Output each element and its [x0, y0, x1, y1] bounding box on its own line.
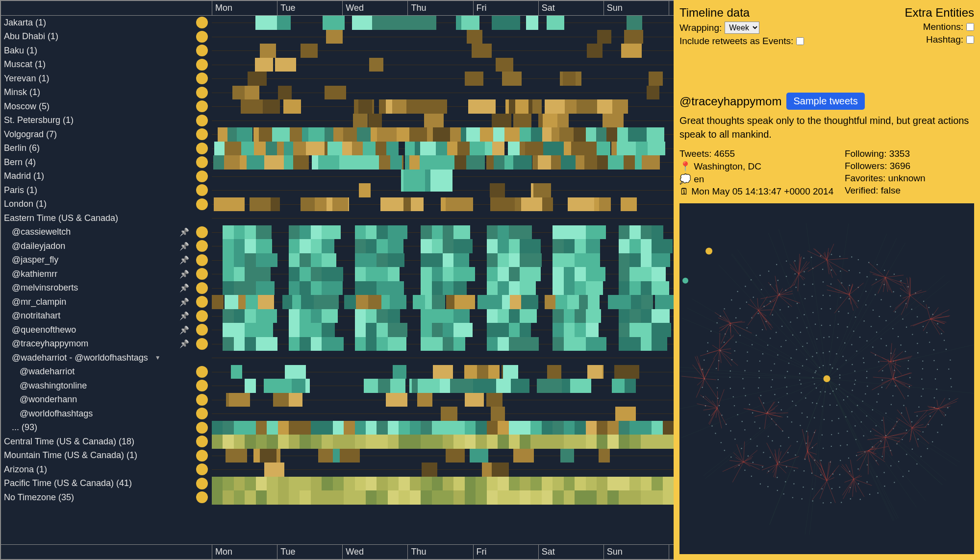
row-label[interactable]: Eastern Time (US & Canada): [1, 213, 192, 223]
row-label[interactable]: Minsk (1): [1, 87, 192, 97]
row-dot-icon[interactable]: [196, 380, 208, 391]
data-row[interactable]: Madrid (1): [1, 170, 674, 184]
pin-icon[interactable]: 📌: [179, 227, 189, 237]
row-label[interactable]: No Timezone (35): [1, 492, 192, 503]
row-dot-icon[interactable]: [196, 408, 208, 419]
row-dot-icon[interactable]: [196, 226, 208, 238]
data-row[interactable]: Yerevan (1): [1, 72, 674, 86]
row-dot-icon[interactable]: [196, 45, 208, 56]
row-heatmap[interactable]: [212, 407, 674, 421]
row-label[interactable]: @melvinsroberts📌: [1, 283, 192, 293]
row-dot-icon[interactable]: [196, 491, 208, 503]
row-label[interactable]: Arizona (1): [1, 464, 192, 475]
row-heatmap[interactable]: [212, 421, 674, 435]
row-heatmap[interactable]: [212, 211, 674, 225]
pin-icon[interactable]: 📌: [179, 242, 189, 251]
hashtag-checkbox[interactable]: [966, 36, 974, 44]
data-row[interactable]: @wadeharriot: [1, 365, 674, 379]
row-dot-icon[interactable]: [196, 436, 208, 447]
row-heatmap[interactable]: [212, 337, 674, 351]
row-dot-icon[interactable]: [196, 394, 208, 406]
row-dot-icon[interactable]: [196, 310, 208, 322]
data-row[interactable]: Berlin (6): [1, 142, 674, 156]
row-heatmap[interactable]: [212, 16, 674, 30]
row-heatmap[interactable]: [212, 295, 674, 309]
row-dot-icon[interactable]: [196, 87, 208, 98]
row-heatmap[interactable]: [212, 239, 674, 253]
row-dot-icon[interactable]: [196, 73, 208, 84]
row-dot-icon[interactable]: [196, 324, 208, 336]
row-heatmap[interactable]: [212, 365, 674, 379]
row-dot-icon[interactable]: [196, 17, 208, 28]
row-heatmap[interactable]: [212, 99, 674, 114]
row-heatmap[interactable]: [212, 463, 674, 477]
data-row[interactable]: @notritahart📌: [1, 309, 674, 323]
row-heatmap[interactable]: [212, 86, 674, 100]
row-label[interactable]: @mr_clampin📌: [1, 297, 192, 307]
data-row[interactable]: @wadeharriot - @worldofhashtags▼: [1, 351, 674, 365]
row-heatmap[interactable]: [212, 309, 674, 323]
row-heatmap[interactable]: [212, 490, 674, 505]
data-row[interactable]: Eastern Time (US & Canada): [1, 211, 674, 225]
row-dot-icon[interactable]: [196, 128, 208, 140]
mentions-checkbox[interactable]: [966, 23, 974, 31]
row-heatmap[interactable]: [212, 435, 674, 449]
row-dot-icon[interactable]: [196, 366, 208, 378]
row-dot-icon[interactable]: [196, 143, 208, 154]
row-heatmap[interactable]: [212, 30, 674, 44]
row-heatmap[interactable]: [212, 393, 674, 407]
row-dot-icon[interactable]: [196, 268, 208, 280]
sample-tweets-button[interactable]: Sample tweets: [786, 93, 864, 110]
data-row[interactable]: Baku (1): [1, 44, 674, 58]
row-label[interactable]: @notritahart📌: [1, 311, 192, 321]
row-label[interactable]: @queenofthewo📌: [1, 325, 192, 335]
row-label[interactable]: @daileyjadon📌: [1, 241, 192, 251]
row-label[interactable]: Muscat (1): [1, 59, 192, 70]
row-label[interactable]: @wadeharriot - @worldofhashtags▼: [1, 353, 192, 363]
data-row[interactable]: No Timezone (35): [1, 490, 674, 505]
pin-icon[interactable]: 📌: [179, 325, 189, 335]
row-heatmap[interactable]: [212, 72, 674, 86]
data-row[interactable]: Abu Dhabi (1): [1, 30, 674, 44]
row-label[interactable]: Abu Dhabi (1): [1, 31, 192, 42]
row-label[interactable]: @jasper_fly📌: [1, 255, 192, 265]
row-heatmap[interactable]: [212, 323, 674, 337]
data-row[interactable]: London (1): [1, 197, 674, 212]
data-row[interactable]: Jakarta (1): [1, 16, 674, 30]
pin-icon[interactable]: 📌: [179, 269, 189, 279]
row-label[interactable]: St. Petersburg (1): [1, 115, 192, 125]
row-heatmap[interactable]: [212, 225, 674, 240]
row-label[interactable]: ... (93): [1, 422, 192, 433]
row-dot-icon[interactable]: [196, 450, 208, 462]
row-heatmap[interactable]: [212, 477, 674, 491]
row-label[interactable]: Paris (1): [1, 185, 192, 195]
row-label[interactable]: Yerevan (1): [1, 73, 192, 84]
data-row[interactable]: @mr_clampin📌: [1, 295, 674, 309]
row-label[interactable]: @wonderhann: [1, 394, 192, 405]
data-row[interactable]: St. Petersburg (1): [1, 114, 674, 128]
row-label[interactable]: Madrid (1): [1, 171, 192, 181]
row-heatmap[interactable]: [212, 281, 674, 295]
row-heatmap[interactable]: [212, 170, 674, 184]
data-row[interactable]: @queenofthewo📌: [1, 323, 674, 337]
row-dot-icon[interactable]: [196, 254, 208, 266]
row-label[interactable]: Jakarta (1): [1, 18, 192, 28]
row-heatmap[interactable]: [212, 351, 674, 365]
row-heatmap[interactable]: [212, 379, 674, 393]
data-row[interactable]: @worldofhashtags: [1, 407, 674, 421]
pin-icon[interactable]: 📌: [179, 339, 189, 348]
row-label[interactable]: @kathiemrr📌: [1, 269, 192, 279]
data-row[interactable]: @kathiemrr📌: [1, 267, 674, 281]
row-heatmap[interactable]: [212, 127, 674, 142]
row-heatmap[interactable]: [212, 142, 674, 156]
row-heatmap[interactable]: [212, 58, 674, 72]
wrapping-select[interactable]: Week: [725, 22, 759, 34]
row-heatmap[interactable]: [212, 253, 674, 268]
row-label[interactable]: Baku (1): [1, 46, 192, 56]
network-graph[interactable]: [679, 203, 974, 554]
row-label[interactable]: Central Time (US & Canada) (18): [1, 437, 192, 447]
pin-icon[interactable]: 📌: [179, 311, 189, 320]
row-dot-icon[interactable]: [196, 282, 208, 294]
row-dot-icon[interactable]: [196, 422, 208, 434]
data-row[interactable]: Arizona (1): [1, 463, 674, 477]
